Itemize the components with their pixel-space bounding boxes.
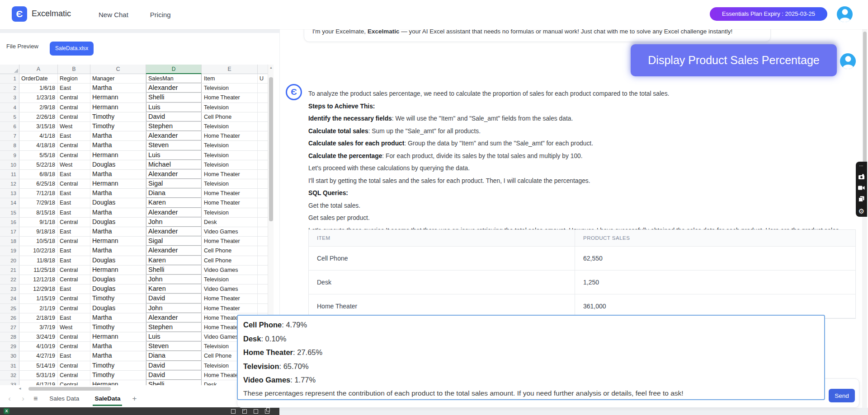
file-tab[interactable]: SaleData.xlsx <box>50 42 94 56</box>
clipboard-check-icon[interactable] <box>242 409 247 414</box>
cell-item[interactable]: Home Theater <box>202 189 258 198</box>
cell-manager[interactable]: Hermann <box>90 266 146 275</box>
cell-item[interactable]: Cell Phone <box>202 112 258 121</box>
row-number[interactable]: 6 <box>0 122 19 131</box>
cell-orderdate[interactable]: 3/7/19 <box>19 323 58 332</box>
cell-clipped[interactable] <box>258 93 268 102</box>
row-number[interactable]: 16 <box>0 218 19 227</box>
chat-scrollbar[interactable] <box>862 29 867 408</box>
cell-manager[interactable]: Hermann <box>90 179 146 188</box>
row-number[interactable]: 31 <box>0 361 19 370</box>
cell-clipped[interactable] <box>258 170 268 179</box>
tabs-next-icon[interactable]: › <box>19 394 27 403</box>
cell-orderdate[interactable]: 2/9/18 <box>19 103 58 112</box>
cell-clipped[interactable] <box>258 112 268 121</box>
row-number[interactable]: 13 <box>0 189 19 198</box>
cell-item[interactable]: Home Theater <box>202 304 258 313</box>
cell[interactable]: Region <box>58 74 90 83</box>
cell-salesman[interactable]: John <box>146 218 202 227</box>
cell-region[interactable]: Central <box>58 93 90 102</box>
cell-clipped[interactable]: U <box>258 74 268 83</box>
cell-clipped[interactable] <box>258 218 268 227</box>
cell-manager[interactable]: Martha <box>90 170 146 179</box>
cell-region[interactable]: Central <box>58 218 90 227</box>
cell-salesman[interactable]: Karen <box>146 284 202 294</box>
cell-manager[interactable]: Douglas <box>90 198 146 207</box>
row-number[interactable]: 17 <box>0 227 19 236</box>
row-number[interactable]: 4 <box>0 103 19 112</box>
copy-icon[interactable] <box>856 196 867 202</box>
cell-clipped[interactable] <box>258 237 268 246</box>
cell-region[interactable]: Central <box>58 380 90 385</box>
cell-item[interactable]: Home Theater <box>202 237 258 246</box>
cell-orderdate[interactable]: 5/5/18 <box>19 151 58 160</box>
cell-salesman[interactable]: Karen <box>146 198 202 207</box>
cell-manager[interactable]: Martha <box>90 189 146 198</box>
cell-clipped[interactable] <box>258 189 268 198</box>
cell-clipped[interactable] <box>258 227 268 236</box>
row-number[interactable]: 25 <box>0 304 19 313</box>
row-number[interactable]: 18 <box>0 237 19 246</box>
row-number[interactable]: 24 <box>0 294 19 303</box>
cell-clipped[interactable] <box>258 256 268 265</box>
cell-salesman[interactable]: Alexander <box>146 208 202 217</box>
cell-orderdate[interactable]: 3/15/18 <box>19 122 58 131</box>
row-number[interactable]: 30 <box>0 351 19 360</box>
row-number[interactable]: 22 <box>0 275 19 284</box>
cell-salesman[interactable]: Alexander <box>146 170 202 179</box>
cell-item[interactable]: Television <box>202 151 258 160</box>
cell-manager[interactable]: Martha <box>90 208 146 217</box>
cell-item[interactable]: Video Games <box>202 227 258 236</box>
cell-orderdate[interactable]: 4/1/18 <box>19 131 58 140</box>
row-number[interactable]: 11 <box>0 170 19 179</box>
cell-manager[interactable]: Timothy <box>90 122 146 131</box>
column-header[interactable]: B <box>58 65 90 74</box>
row-number[interactable]: 15 <box>0 208 19 217</box>
vertical-scroll-thumb[interactable] <box>269 77 273 221</box>
cell-region[interactable]: West <box>58 122 90 131</box>
row-number[interactable]: 5 <box>0 112 19 121</box>
cell-manager[interactable]: Timothy <box>90 323 146 332</box>
cell-orderdate[interactable]: 5/14/19 <box>19 361 58 370</box>
cell-region[interactable]: Central <box>58 179 90 188</box>
cell-manager[interactable]: Martha <box>90 246 146 255</box>
windows-icon[interactable] <box>265 409 269 414</box>
cell-region[interactable]: Central <box>58 151 90 160</box>
cell-region[interactable]: East <box>58 189 90 198</box>
cell-item[interactable]: Home Theater <box>202 170 258 179</box>
cell[interactable]: OrderDate <box>19 74 58 83</box>
cell-item[interactable]: Home Theater <box>202 93 258 102</box>
cell-orderdate[interactable]: 9/18/18 <box>19 227 58 236</box>
cell-manager[interactable]: Martha <box>90 342 146 351</box>
cell-item[interactable]: Television <box>202 160 258 169</box>
column-header-clipped[interactable] <box>258 65 268 74</box>
cell-salesman[interactable]: Luis <box>146 103 202 112</box>
cell-item[interactable]: Cell Phone <box>202 256 258 265</box>
cell-salesman[interactable]: Alexander <box>146 84 202 93</box>
row-number[interactable]: 26 <box>0 313 19 322</box>
sheet-tab[interactable]: SaleData <box>94 392 120 406</box>
cell-clipped[interactable] <box>258 160 268 169</box>
refresh-icon[interactable] <box>231 409 236 414</box>
cell-salesman[interactable]: Shelli <box>146 380 202 385</box>
cell-manager[interactable]: Hermann <box>90 380 146 385</box>
cell-region[interactable]: Central <box>58 266 90 275</box>
cell-item[interactable]: Television <box>202 103 258 112</box>
cell-manager[interactable]: Timothy <box>90 112 146 121</box>
cell-manager[interactable]: Martha <box>90 313 146 322</box>
cell-salesman[interactable]: Michael <box>146 160 202 169</box>
cell-clipped[interactable] <box>258 122 268 131</box>
row-number[interactable]: 28 <box>0 332 19 341</box>
row-number[interactable]: 21 <box>0 266 19 275</box>
cell-orderdate[interactable]: 1/6/18 <box>19 84 58 93</box>
cell-manager[interactable]: Hermann <box>90 93 146 102</box>
nav-link[interactable]: New Chat <box>99 11 128 19</box>
cell-region[interactable]: Central <box>58 103 90 112</box>
more-options-icon[interactable]: ⋯ <box>856 164 867 168</box>
cell-salesman[interactable]: John <box>146 304 202 313</box>
row-number[interactable]: 8 <box>0 141 19 150</box>
cell-region[interactable]: Central <box>58 237 90 246</box>
horizontal-scroll-thumb[interactable] <box>28 387 111 391</box>
row-number[interactable]: 10 <box>0 160 19 169</box>
cell-region[interactable]: East <box>58 284 90 294</box>
